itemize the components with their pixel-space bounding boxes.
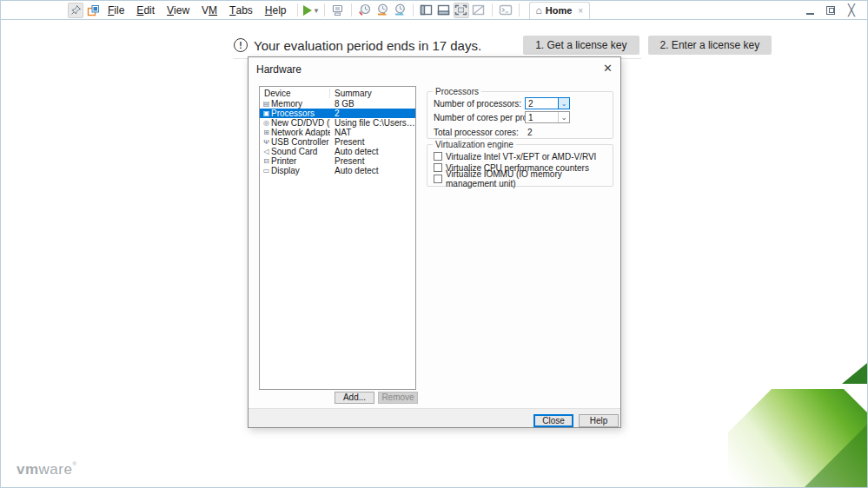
unity-mode-button[interactable] (471, 3, 487, 18)
dialog-titlebar[interactable]: Hardware ✕ (248, 57, 620, 80)
network-icon: ⊞ (262, 128, 271, 137)
show-library-button[interactable] (419, 3, 434, 18)
virtualization-option-0[interactable]: Virtualize Intel VT-x/EPT or AMD-V/RVI (434, 151, 596, 162)
device-row-cd[interactable]: ◎New CD/DVD (IDE)Using file C:\Users\HP\… (260, 118, 415, 128)
device-list-header: Device Summary (260, 87, 415, 99)
send-ctrl-alt-del-button[interactable] (330, 3, 346, 18)
tab-home[interactable]: ⌂ Home × (529, 2, 591, 19)
menu-file[interactable]: File (102, 2, 130, 19)
device-summary: NAT (330, 128, 415, 137)
checkbox-icon[interactable] (434, 163, 442, 172)
revert-snapshot-button[interactable] (374, 3, 390, 18)
device-name: Processors (271, 109, 315, 118)
menu-tabs[interactable]: Tabs (223, 2, 259, 19)
remove-device-button[interactable]: Remove (378, 392, 418, 404)
device-summary: Present (330, 137, 415, 147)
vmware-logo: vmware® (17, 461, 76, 478)
chevron-down-icon: ▾ (315, 6, 319, 15)
device-rows: ▤Memory8 GB▣Processors2◎New CD/DVD (IDE)… (260, 99, 415, 175)
total-cores-value: 2 (527, 128, 533, 137)
device-summary: Auto detect (330, 166, 415, 175)
home-icon: ⌂ (536, 4, 542, 16)
device-row-usb[interactable]: ΨUSB ControllerPresent (260, 137, 415, 147)
usb-icon: Ψ (262, 137, 271, 147)
console-icon (499, 4, 513, 16)
device-name: Printer (271, 156, 296, 166)
processor-icon: ▣ (262, 109, 271, 118)
cores-per-processor-row: Number of cores per processor: 1 ⌄ (434, 111, 606, 123)
enter-license-key-button[interactable]: 2. Enter a license key (648, 36, 772, 55)
close-button[interactable]: Close (533, 414, 573, 427)
processors-group-title: Processors (433, 87, 481, 96)
close-window-button[interactable]: ╳ (843, 3, 860, 18)
help-button[interactable]: Help (579, 414, 619, 427)
power-on-button[interactable]: ▾ (303, 3, 319, 18)
evaluation-banner: ! Your evaluation period ends in 17 days… (234, 36, 772, 55)
num-processors-select[interactable]: 2 ⌄ (525, 97, 570, 109)
device-name: Memory (271, 99, 302, 109)
device-row-memory[interactable]: ▤Memory8 GB (260, 99, 415, 109)
hardware-dialog: Hardware ✕ Device Summary ▤Memory8 GB▣Pr… (248, 56, 621, 428)
tab-close-icon[interactable]: × (578, 6, 583, 16)
memory-icon: ▤ (262, 99, 271, 109)
virtualization-option-2[interactable]: Virtualize IOMMU (IO memory management u… (434, 174, 613, 184)
menu-bar: FileEditViewVMTabsHelp (102, 2, 293, 19)
device-name: Display (271, 166, 300, 175)
device-row-display[interactable]: ▭DisplayAuto detect (260, 166, 415, 175)
toolbar-separator (351, 3, 352, 16)
toolbar-separator (324, 3, 325, 16)
menu-edit[interactable]: Edit (130, 2, 161, 19)
menu-vm[interactable]: VM (195, 2, 223, 19)
num-processors-value: 2 (526, 99, 558, 109)
dialog-close-icon[interactable]: ✕ (603, 62, 613, 75)
virtualization-group: Virtualization engine Virtualize Intel V… (427, 144, 613, 187)
toolbar-separator (519, 3, 520, 16)
fullscreen-button[interactable] (454, 3, 469, 18)
toolbar-separator (492, 3, 493, 16)
show-thumbnail-bar-button[interactable] (436, 3, 452, 18)
take-snapshot-button[interactable] (357, 3, 373, 18)
device-row-printer[interactable]: ⊟PrinterPresent (260, 156, 415, 166)
device-summary: Present (330, 156, 415, 166)
unity-mode-icon (472, 4, 485, 16)
thumbnail-bar-icon (437, 4, 450, 16)
chevron-down-icon[interactable]: ⌄ (558, 98, 569, 109)
cores-per-processor-select[interactable]: 1 ⌄ (525, 111, 570, 123)
chevron-down-icon[interactable]: ⌄ (558, 112, 569, 122)
workspace: ! Your evaluation period ends in 17 days… (1, 20, 867, 487)
add-device-button[interactable]: Add... (335, 392, 374, 404)
dialog-title: Hardware (256, 63, 301, 76)
virtualization-group-title: Virtualization engine (433, 140, 516, 149)
manage-snapshots-icon (393, 3, 407, 16)
close-icon: ╳ (848, 3, 855, 16)
window-controls: ╳ (798, 3, 860, 18)
send-ctrl-alt-del-icon (331, 4, 344, 16)
device-row-network[interactable]: ⊞Network AdapterNAT (260, 128, 415, 137)
device-list[interactable]: Device Summary ▤Memory8 GB▣Processors2◎N… (259, 86, 416, 390)
vmware-logo-button[interactable] (85, 3, 101, 18)
device-summary: 8 GB (330, 99, 415, 109)
toolbar-separator (297, 3, 298, 16)
checkbox-icon[interactable] (434, 152, 442, 161)
total-cores-row: Total processor cores: 2 (434, 126, 606, 138)
device-name: Sound Card (271, 147, 317, 156)
console-view-button[interactable] (498, 3, 514, 18)
warning-icon: ! (234, 38, 248, 52)
device-row-processor[interactable]: ▣Processors2 (260, 109, 415, 118)
printer-icon: ⊟ (262, 156, 271, 166)
tab-home-label: Home (546, 5, 573, 16)
minimize-button[interactable] (801, 3, 818, 18)
checkbox-icon[interactable] (434, 175, 442, 183)
device-summary: Using file C:\Users\HP\Down... (330, 118, 415, 128)
vmware-logo-icon (87, 4, 100, 16)
menu-help[interactable]: Help (259, 2, 293, 19)
green-corner-decoration (728, 338, 867, 487)
get-license-key-button[interactable]: 1. Get a license key (523, 36, 639, 55)
display-icon: ▭ (262, 166, 271, 175)
manage-snapshots-button[interactable] (392, 3, 407, 18)
menu-view[interactable]: View (161, 2, 195, 19)
device-row-sound[interactable]: ◁Sound CardAuto detect (260, 147, 415, 156)
pin-toolbar-button[interactable] (68, 3, 83, 18)
fullscreen-icon (454, 4, 467, 16)
maximize-button[interactable] (822, 3, 839, 18)
